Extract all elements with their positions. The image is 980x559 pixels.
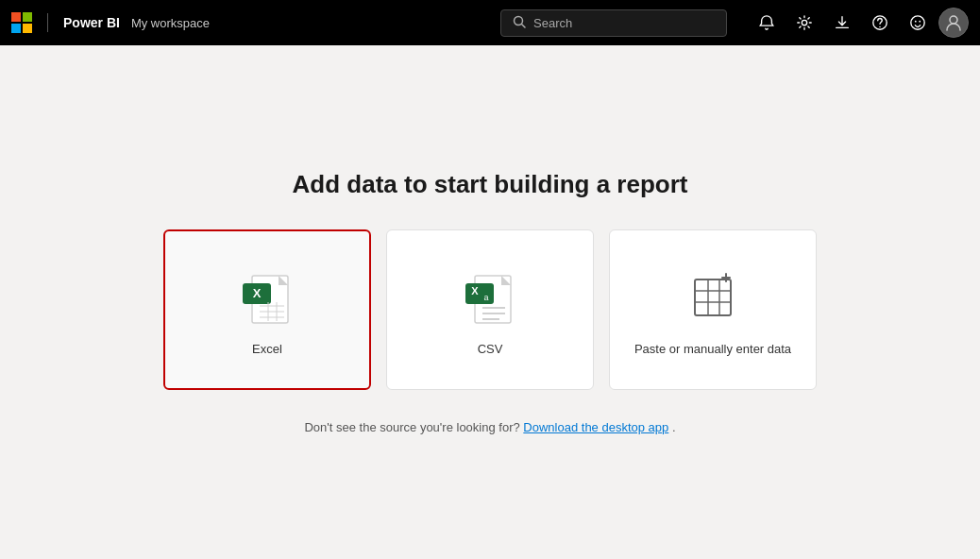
header-icon-group	[750, 6, 969, 40]
svg-line-1	[522, 24, 526, 27]
excel-label: Excel	[241, 342, 294, 356]
paste-data-card[interactable]: Paste or manually enter data	[609, 229, 817, 390]
excel-card[interactable]: X Excel	[163, 229, 371, 390]
data-source-cards: X Excel	[163, 229, 817, 390]
csv-icon-area: X a	[462, 264, 518, 330]
page-title: Add data to start building a report	[293, 170, 688, 199]
app-name: Power BI	[63, 15, 120, 30]
search-input[interactable]: Search	[533, 16, 715, 30]
csv-label: CSV	[466, 342, 515, 356]
svg-point-2	[802, 20, 806, 25]
paste-icon-area	[684, 264, 741, 330]
face-button[interactable]	[901, 6, 935, 40]
settings-button[interactable]	[787, 6, 821, 40]
svg-point-7	[915, 21, 917, 23]
paste-label: Paste or manually enter data	[623, 342, 803, 356]
excel-icon-area: X	[239, 264, 296, 330]
search-icon	[513, 15, 526, 31]
svg-text:X: X	[253, 286, 262, 300]
main-content-area: Add data to start building a report X	[0, 45, 980, 559]
svg-point-5	[879, 26, 880, 27]
top-navigation-bar: Power BI My workspace Search	[0, 0, 980, 45]
svg-rect-27	[695, 280, 731, 315]
download-desktop-app-link[interactable]: Download the desktop app	[523, 420, 668, 434]
notification-button[interactable]	[750, 6, 784, 40]
download-button[interactable]	[825, 6, 859, 40]
svg-point-8	[919, 21, 921, 23]
footer-text: Don't see the source you're looking for?…	[304, 420, 675, 434]
csv-icon: X a	[465, 268, 515, 327]
svg-rect-21	[465, 283, 494, 304]
excel-icon: X	[243, 268, 292, 327]
paste-icon	[687, 272, 738, 323]
csv-card[interactable]: X a CSV	[386, 229, 594, 390]
footer-static-text: Don't see the source you're looking for?	[304, 420, 519, 434]
svg-text:a: a	[483, 293, 488, 302]
help-button[interactable]	[863, 6, 897, 40]
header-divider	[47, 13, 48, 32]
workspace-name: My workspace	[131, 16, 210, 30]
user-avatar[interactable]	[938, 8, 969, 38]
svg-point-9	[950, 16, 957, 24]
search-bar[interactable]: Search	[500, 9, 727, 37]
svg-text:X: X	[471, 285, 479, 296]
microsoft-logo	[11, 12, 32, 33]
footer-suffix: .	[672, 420, 676, 434]
